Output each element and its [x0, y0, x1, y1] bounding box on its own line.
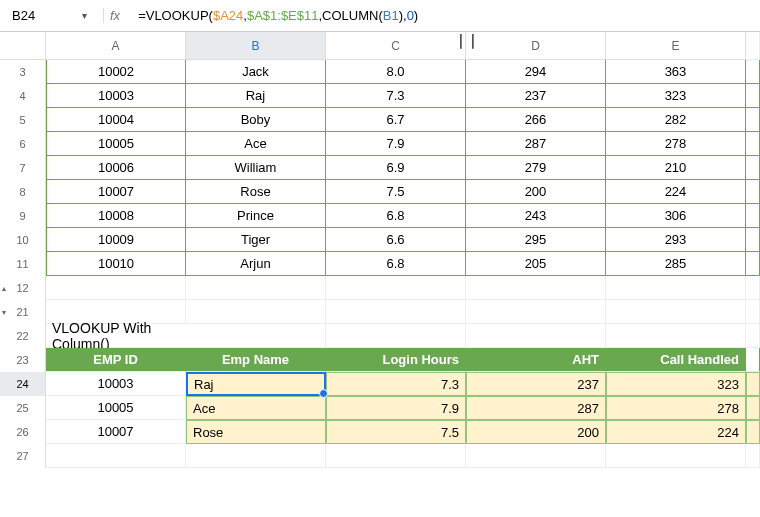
cell[interactable] [746, 84, 760, 108]
name-box[interactable]: B24 [4, 4, 74, 28]
cell[interactable]: 10003 [46, 84, 186, 108]
cell[interactable] [746, 204, 760, 228]
cell[interactable]: 7.9 [326, 132, 466, 156]
header-cell[interactable]: EMP ID [46, 348, 186, 372]
cell[interactable]: Ace [186, 396, 326, 420]
cell[interactable]: 210 [606, 156, 746, 180]
cell[interactable]: 295 [466, 228, 606, 252]
row-header[interactable]: 6 [0, 132, 46, 156]
cell[interactable] [746, 276, 760, 300]
cell[interactable]: 293 [606, 228, 746, 252]
col-header[interactable] [746, 32, 760, 60]
row-header[interactable]: 27 [0, 444, 46, 468]
name-box-dropdown-icon[interactable]: ▾ [82, 10, 87, 21]
cell[interactable]: William [186, 156, 326, 180]
cell[interactable]: Ace [186, 132, 326, 156]
cell[interactable] [746, 300, 760, 324]
cell[interactable]: 6.8 [326, 252, 466, 276]
row-header[interactable]: 3 [0, 60, 46, 84]
cell[interactable]: 224 [606, 420, 746, 444]
col-header[interactable]: A [46, 32, 186, 60]
cell[interactable] [186, 444, 326, 468]
cell[interactable]: 237 [466, 372, 606, 396]
row-header[interactable]: 10 [0, 228, 46, 252]
col-header[interactable]: E [606, 32, 746, 60]
cell[interactable] [746, 396, 760, 420]
cell[interactable] [746, 252, 760, 276]
cell[interactable]: 205 [466, 252, 606, 276]
cell[interactable]: 10003 [46, 372, 186, 396]
col-header[interactable]: C [326, 32, 466, 60]
cell[interactable]: 287 [466, 132, 606, 156]
row-header[interactable]: 4 [0, 84, 46, 108]
collapse-up-icon[interactable]: ▴ [2, 284, 6, 293]
cell[interactable]: 285 [606, 252, 746, 276]
cell[interactable]: 243 [466, 204, 606, 228]
cell[interactable]: Tiger [186, 228, 326, 252]
col-header-active[interactable]: B [186, 32, 326, 60]
cell[interactable]: 10005 [46, 132, 186, 156]
cell[interactable]: 10009 [46, 228, 186, 252]
cell[interactable]: 278 [606, 132, 746, 156]
cell[interactable]: 278 [606, 396, 746, 420]
cell[interactable] [746, 420, 760, 444]
cell[interactable]: 7.5 [326, 420, 466, 444]
cell[interactable] [46, 276, 186, 300]
cell[interactable]: 8.0 [326, 60, 466, 84]
cell[interactable] [746, 348, 760, 372]
row-header[interactable]: 25 [0, 396, 46, 420]
cell[interactable]: 10010 [46, 252, 186, 276]
cell[interactable]: 363 [606, 60, 746, 84]
cell[interactable]: 323 [606, 372, 746, 396]
header-cell[interactable]: Login Hours [326, 348, 466, 372]
cell[interactable] [746, 372, 760, 396]
cell[interactable] [326, 276, 466, 300]
cell[interactable]: Raj [186, 84, 326, 108]
row-header[interactable]: 9 [0, 204, 46, 228]
hidden-columns-icon[interactable]: ❘ ❘ [455, 32, 477, 48]
row-header[interactable]: 26 [0, 420, 46, 444]
cell[interactable]: 10007 [46, 420, 186, 444]
cell[interactable] [326, 324, 466, 348]
cell[interactable] [46, 444, 186, 468]
cell[interactable] [606, 444, 746, 468]
cell[interactable] [326, 300, 466, 324]
cell[interactable] [606, 276, 746, 300]
cell[interactable] [746, 324, 760, 348]
cell[interactable] [746, 444, 760, 468]
row-header[interactable]: ▾21 [0, 300, 46, 324]
cell[interactable]: 282 [606, 108, 746, 132]
cell[interactable] [186, 324, 326, 348]
cell[interactable]: 287 [466, 396, 606, 420]
cell[interactable]: 7.9 [326, 396, 466, 420]
cell[interactable]: Prince [186, 204, 326, 228]
cell[interactable] [186, 300, 326, 324]
cell[interactable]: 200 [466, 180, 606, 204]
header-cell[interactable]: AHT [466, 348, 606, 372]
cell[interactable] [746, 108, 760, 132]
formula-input[interactable]: =VLOOKUP( $A24 , $A$1:$E$11 ,COLUMN( B1 … [138, 4, 756, 28]
selected-cell[interactable]: Raj [186, 372, 326, 396]
row-header[interactable]: 11 [0, 252, 46, 276]
cell[interactable]: 200 [466, 420, 606, 444]
row-header[interactable]: 5 [0, 108, 46, 132]
cell[interactable] [606, 324, 746, 348]
header-cell[interactable]: Emp Name [186, 348, 326, 372]
row-header[interactable]: 7 [0, 156, 46, 180]
cell[interactable]: 10008 [46, 204, 186, 228]
row-header[interactable]: 8 [0, 180, 46, 204]
header-cell[interactable]: Call Handled [606, 348, 746, 372]
cell[interactable]: 6.8 [326, 204, 466, 228]
cell[interactable]: 306 [606, 204, 746, 228]
cell[interactable]: 323 [606, 84, 746, 108]
row-header-active[interactable]: 24 [0, 372, 46, 396]
section-title-cell[interactable]: VLOOKUP With Column() [46, 324, 186, 348]
row-header[interactable]: ▴12 [0, 276, 46, 300]
cell[interactable]: 279 [466, 156, 606, 180]
cell[interactable] [746, 132, 760, 156]
cell[interactable]: 237 [466, 84, 606, 108]
cell[interactable]: 10006 [46, 156, 186, 180]
cell[interactable]: 294 [466, 60, 606, 84]
cell[interactable] [746, 60, 760, 84]
cell[interactable]: 6.6 [326, 228, 466, 252]
